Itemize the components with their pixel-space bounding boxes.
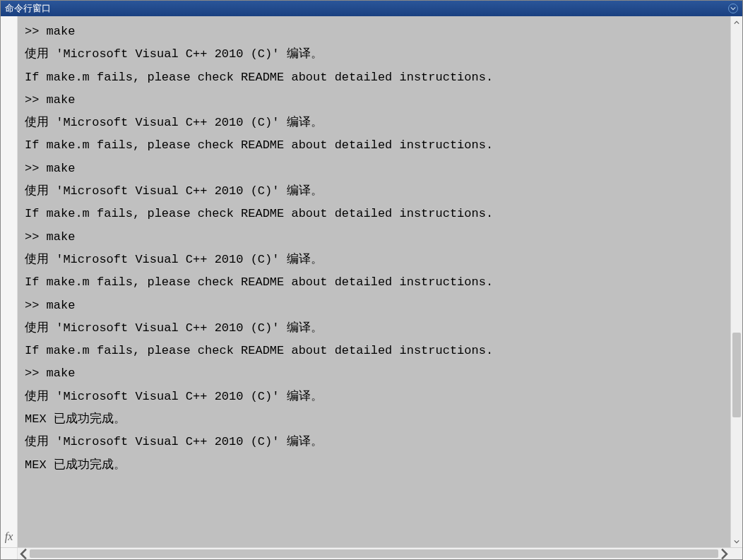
scroll-left-arrow-icon[interactable]: [18, 548, 30, 559]
console-line: 使用 'Microsoft Visual C++ 2010 (C)' 编译。: [25, 431, 723, 453]
vertical-scroll-track[interactable]: [731, 28, 742, 535]
console-line: >> make: [25, 157, 723, 180]
scrollbar-corner: [730, 548, 742, 559]
console-line: If make.m fails, please check README abo…: [25, 134, 723, 157]
vertical-scroll-thumb[interactable]: [732, 333, 741, 417]
content-wrapper: >> make使用 'Microsoft Visual C++ 2010 (C)…: [18, 16, 730, 547]
dropdown-icon[interactable]: [728, 4, 738, 13]
console-line: 使用 'Microsoft Visual C++ 2010 (C)' 编译。: [25, 317, 723, 340]
console-line: >> make: [25, 294, 723, 317]
console-line: 使用 'Microsoft Visual C++ 2010 (C)' 编译。: [25, 43, 723, 66]
console-line: >> make: [25, 89, 723, 112]
vertical-scrollbar[interactable]: [730, 16, 742, 547]
horizontal-scrollbar[interactable]: [18, 548, 730, 559]
console-line: If make.m fails, please check README abo…: [25, 203, 723, 225]
console-line: If make.m fails, please check README abo…: [25, 271, 723, 294]
window-title: 命令行窗口: [5, 2, 51, 15]
hscroll-gutter: [1, 548, 18, 559]
horizontal-scroll-thumb[interactable]: [30, 549, 718, 558]
console-line: 使用 'Microsoft Visual C++ 2010 (C)' 编译。: [25, 249, 723, 271]
console-line: 使用 'Microsoft Visual C++ 2010 (C)' 编译。: [25, 386, 723, 408]
fx-icon[interactable]: fx: [5, 530, 13, 543]
console-line: >> make: [25, 362, 723, 385]
gutter: fx: [1, 16, 18, 547]
scroll-down-arrow-icon[interactable]: [731, 535, 742, 547]
scroll-up-arrow-icon[interactable]: [731, 16, 742, 28]
console-line: MEX 已成功完成。: [25, 454, 723, 477]
command-window: 命令行窗口 fx >> make使用 'Microsoft Visual C++…: [0, 0, 743, 560]
horizontal-scrollbar-row: [1, 547, 742, 559]
scroll-right-arrow-icon[interactable]: [718, 548, 730, 559]
console-line: 使用 'Microsoft Visual C++ 2010 (C)' 编译。: [25, 180, 723, 203]
console-line: If make.m fails, please check README abo…: [25, 66, 723, 89]
content-row: fx >> make使用 'Microsoft Visual C++ 2010 …: [1, 16, 742, 547]
horizontal-scroll-track[interactable]: [30, 548, 718, 559]
titlebar: 命令行窗口: [1, 1, 742, 16]
console-output[interactable]: >> make使用 'Microsoft Visual C++ 2010 (C)…: [18, 16, 730, 547]
console-line: >> make: [25, 20, 723, 43]
console-line: MEX 已成功完成。: [25, 408, 723, 431]
console-line: >> make: [25, 226, 723, 249]
console-line: 使用 'Microsoft Visual C++ 2010 (C)' 编译。: [25, 112, 723, 134]
console-line: If make.m fails, please check README abo…: [25, 340, 723, 362]
